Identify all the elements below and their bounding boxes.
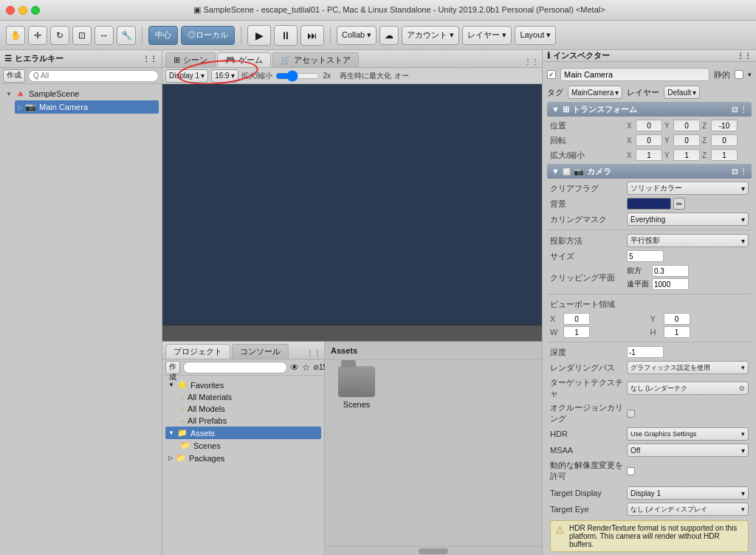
aspect-dropdown[interactable]: 16:9 ▾ <box>211 69 238 83</box>
tree-item-packages[interactable]: ▷ 📁 Packages <box>165 452 321 464</box>
star-icon[interactable]: ☆ <box>302 362 310 373</box>
occlusion-checkbox[interactable] <box>627 410 635 418</box>
scale-z-input[interactable] <box>711 149 738 161</box>
viewport-y-input[interactable] <box>664 313 690 325</box>
camera-options[interactable]: ⊡ ⋮ <box>732 168 747 176</box>
static-checkbox[interactable] <box>735 70 743 79</box>
hierarchy-search-input[interactable] <box>28 70 159 82</box>
target-display-dropdown[interactable]: Display 1 ▾ <box>627 486 749 500</box>
scenes-asset-label: Scenes <box>343 400 371 409</box>
tree-item-all-models[interactable]: ○ All Models <box>165 403 321 415</box>
rotate-tool-button[interactable]: ↻ <box>50 26 69 45</box>
project-search-input[interactable] <box>183 362 287 373</box>
tab-asset-store[interactable]: 🛒 アセットストア <box>272 52 359 67</box>
camera-name-field[interactable] <box>560 68 709 81</box>
play-button[interactable]: ▶ <box>247 25 271 46</box>
hierarchy-icon: ☰ <box>4 54 12 63</box>
far-input[interactable] <box>652 278 689 290</box>
tree-item-all-materials[interactable]: ○ All Materials <box>165 391 321 403</box>
viewport-x-row: X <box>550 313 649 325</box>
position-x-input[interactable] <box>636 120 662 131</box>
rotation-x-input[interactable] <box>636 134 662 146</box>
tree-item-favorites[interactable]: ▼ ⭐ Favorites <box>165 379 321 391</box>
viewport-w-input[interactable] <box>563 326 590 338</box>
msaa-dropdown[interactable]: Off ▾ <box>627 444 749 457</box>
viewport-h-input[interactable] <box>664 326 690 338</box>
tab-game[interactable]: 🎮 ゲーム <box>217 52 271 67</box>
move-tool-button[interactable]: ✛ <box>28 26 47 45</box>
msaa-row: MSAA Off ▾ <box>547 442 752 458</box>
tree-item-assets[interactable]: ▼ 📁 Assets <box>165 427 321 439</box>
active-checkbox[interactable]: ✓ <box>547 70 556 79</box>
target-texture-dropdown[interactable]: なし (レンダーテク ⊙ <box>627 382 749 395</box>
display-dropdown[interactable]: Display 1 ▾ <box>165 69 208 83</box>
collab-button[interactable]: Collab ▾ <box>337 26 377 45</box>
assets-label: Assets <box>190 429 215 438</box>
maximize-button[interactable] <box>31 6 40 15</box>
pause-button[interactable]: ⏸ <box>274 25 298 46</box>
culling-mask-dropdown[interactable]: Everything ▾ <box>627 213 749 226</box>
close-button[interactable] <box>6 6 15 15</box>
hierarchy-options[interactable]: ⋮⋮ <box>142 55 157 63</box>
eye-icon[interactable]: 👁 <box>290 362 299 373</box>
minimize-button[interactable] <box>18 6 27 15</box>
layout-button[interactable]: Layout ▾ <box>515 26 556 45</box>
hierarchy-create-button[interactable]: 作成 <box>3 69 25 83</box>
transform-title: トランスフォーム <box>572 104 637 115</box>
scene-item-samplescene[interactable]: ▼ 🔺 SampleScene <box>3 87 159 100</box>
scale-slider[interactable] <box>275 72 320 80</box>
camera-active-checkbox[interactable]: ✓ <box>563 168 571 176</box>
step-button[interactable]: ⏭ <box>300 25 324 46</box>
target-eye-dropdown[interactable]: なし (メインディスプレイ ▾ <box>627 503 749 516</box>
viewport-x-input[interactable] <box>563 313 590 325</box>
scale-tool-button[interactable]: ⊡ <box>72 26 92 45</box>
tab-options-icon[interactable]: ⋮⋮ <box>524 58 539 66</box>
rect-tool-button[interactable]: ↔ <box>94 26 114 45</box>
dynamic-resolution-checkbox[interactable] <box>627 467 635 475</box>
scale-x-input[interactable] <box>636 149 662 161</box>
tree-item-all-prefabs[interactable]: ○ All Prefabs <box>165 415 321 427</box>
tab-project[interactable]: プロジェクト <box>165 344 230 359</box>
camera-icon: 📷 <box>25 102 36 112</box>
size-input[interactable] <box>627 250 664 262</box>
hdr-dropdown[interactable]: Use Graphics Settings ▾ <box>627 427 749 441</box>
tag-dropdown[interactable]: MainCamera ▾ <box>568 86 622 99</box>
clear-flags-dropdown[interactable]: ソリッドカラー ▾ <box>627 182 749 195</box>
color-picker-button[interactable]: ✏ <box>673 198 685 210</box>
rotation-z-input[interactable] <box>711 134 738 146</box>
rendering-path-dropdown[interactable]: グラフィックス設定を使用 ▾ <box>627 361 749 374</box>
static-chevron[interactable]: ▾ <box>748 71 752 78</box>
transform-options[interactable]: ⊡ ⋮ <box>732 106 747 114</box>
hand-tool-button[interactable]: ✋ <box>6 26 25 45</box>
position-z-input[interactable] <box>711 120 738 131</box>
target-texture-icon[interactable]: ⊙ <box>739 385 745 392</box>
horizontal-scrollbar[interactable] <box>325 546 542 555</box>
layer-button[interactable]: レイヤー ▾ <box>462 26 512 45</box>
near-input[interactable] <box>652 265 689 277</box>
divider-3 <box>547 342 752 342</box>
asset-item-scenes[interactable]: Scenes <box>331 366 382 409</box>
layer-dropdown[interactable]: Default ▾ <box>664 86 700 99</box>
transform-tool-button[interactable]: 🔧 <box>117 26 136 45</box>
tab-console[interactable]: コンソール <box>232 344 289 359</box>
tab-scene[interactable]: ⊞ シーン <box>165 52 216 67</box>
cloud-button[interactable]: ☁ <box>379 26 399 45</box>
hierarchy-item-main-camera[interactable]: ▷ 📷 Main Camera <box>15 100 159 114</box>
center-toggle[interactable]: 中心 <box>148 26 178 45</box>
clear-flags-chevron: ▾ <box>741 185 745 193</box>
bottom-tab-options[interactable]: ⋮⋮ <box>306 349 321 359</box>
scale-y-input[interactable] <box>673 149 700 161</box>
depth-input[interactable] <box>627 346 664 358</box>
tree-item-scenes[interactable]: 📁 Scenes <box>165 439 321 452</box>
projection-dropdown[interactable]: 平行投影 ▾ <box>627 234 749 247</box>
account-button[interactable]: アカウント ▾ <box>402 26 459 45</box>
background-color-swatch[interactable] <box>627 198 671 210</box>
position-y-input[interactable] <box>673 120 700 131</box>
inspector-options[interactable]: ⋮⋮ <box>737 52 752 60</box>
local-toggle[interactable]: ◎ローカル <box>181 26 235 45</box>
scrollbar-thumb[interactable] <box>419 548 448 554</box>
rotation-y-input[interactable] <box>673 134 700 146</box>
size-row: サイズ <box>547 249 752 263</box>
project-create-button[interactable]: 作成 <box>165 361 180 374</box>
info-icon: ℹ <box>547 51 550 61</box>
